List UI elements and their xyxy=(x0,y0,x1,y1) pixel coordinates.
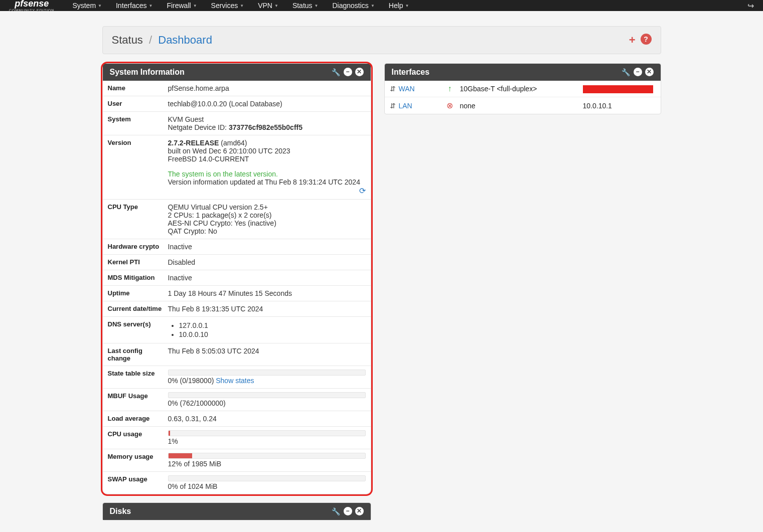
panel-title: Disks xyxy=(110,507,131,516)
value-cpu: QEMU Virtual CPU version 2.5+ 2 CPUs: 1 … xyxy=(168,200,371,239)
swap-progress xyxy=(168,475,366,481)
value-hwcrypto: Inactive xyxy=(168,239,371,254)
label-version: Version xyxy=(103,135,168,199)
caret-icon: ▼ xyxy=(148,4,152,8)
label-uptime: Uptime xyxy=(103,286,168,301)
state-progress xyxy=(168,370,366,376)
brand-edition: COMMUNITY EDITION xyxy=(9,9,54,12)
caret-icon: ▼ xyxy=(274,4,278,8)
iface-addr: 10.0.10.1 xyxy=(583,102,656,110)
nav-system[interactable]: System▼ xyxy=(65,0,109,12)
disks-panel: Disks 🔧 − ✕ xyxy=(102,502,371,520)
label-mbuf: MBUF Usage xyxy=(103,389,168,411)
value-lastcfg: Thu Feb 8 5:05:03 UTC 2024 xyxy=(168,343,371,366)
system-information-panel: System Information 🔧 − ✕ NamepfSense.hom… xyxy=(102,63,371,494)
nav-interfaces[interactable]: Interfaces▼ xyxy=(109,0,160,12)
nav-services[interactable]: Services▼ xyxy=(204,0,251,12)
value-name: pfSense.home.arpa xyxy=(168,81,371,96)
label-mds: MDS Mitigation xyxy=(103,270,168,285)
close-icon[interactable]: ✕ xyxy=(355,507,364,515)
value-uptime: 1 Day 18 Hours 47 Minutes 15 Seconds xyxy=(168,286,371,301)
wrench-icon[interactable]: 🔧 xyxy=(622,68,631,77)
nav-vpn[interactable]: VPN▼ xyxy=(251,0,285,12)
cpu-progress xyxy=(168,430,366,436)
iface-link-lan[interactable]: LAN xyxy=(399,102,412,110)
label-cpuu: CPU usage xyxy=(103,427,168,449)
label-system: System xyxy=(103,112,168,135)
caret-icon: ▼ xyxy=(371,4,375,8)
mem-progress xyxy=(168,453,366,459)
value-kpti: Disabled xyxy=(168,255,371,270)
minimize-icon[interactable]: − xyxy=(634,68,642,76)
refresh-icon[interactable]: ⟳ xyxy=(359,186,366,196)
caret-icon: ▼ xyxy=(315,4,319,8)
value-dns: 127.0.0.1 10.0.0.10 xyxy=(168,317,371,343)
value-datetime: Thu Feb 8 19:31:35 UTC 2024 xyxy=(168,301,371,316)
caret-icon: ▼ xyxy=(193,4,197,8)
redacted-block xyxy=(583,85,653,93)
page-header: Status / Dashboard + ? xyxy=(102,26,661,54)
label-kpti: Kernel PTI xyxy=(103,255,168,270)
close-icon[interactable]: ✕ xyxy=(355,68,364,76)
value-mbuf: 0% (762/1000000) xyxy=(168,389,371,411)
logout-icon[interactable]: ↪ xyxy=(747,1,754,11)
mem-progress-bar xyxy=(169,453,192,458)
panel-title: Interfaces xyxy=(392,68,430,77)
top-navbar: pfsense COMMUNITY EDITION System▼ Interf… xyxy=(0,0,763,11)
label-datetime: Current date/time xyxy=(103,301,168,316)
iface-addr xyxy=(583,84,656,93)
close-icon[interactable]: ✕ xyxy=(645,68,654,76)
nav-diagnostics[interactable]: Diagnostics▼ xyxy=(326,0,382,12)
breadcrumb-root[interactable]: Status xyxy=(112,34,143,46)
iface-row-wan: ⇵ WAN ↑ 10Gbase-T <full-duplex> xyxy=(385,81,661,97)
arrow-up-icon: ↑ xyxy=(440,84,460,93)
iface-media: none xyxy=(460,102,583,110)
minimize-icon[interactable]: − xyxy=(344,68,352,76)
value-load: 0.63, 0.31, 0.24 xyxy=(168,411,371,426)
show-states-link[interactable]: Show states xyxy=(216,377,254,385)
interfaces-panel: Interfaces 🔧 − ✕ ⇵ WAN ↑ 10Gbase-T <full… xyxy=(384,63,661,114)
mbuf-progress xyxy=(168,392,366,398)
wrench-icon[interactable]: 🔧 xyxy=(332,68,341,77)
breadcrumb-active[interactable]: Dashboard xyxy=(158,34,212,46)
nav-menu: System▼ Interfaces▼ Firewall▼ Services▼ … xyxy=(65,0,416,12)
value-cpuu: 1% xyxy=(168,427,371,449)
value-swap: 0% of 1024 MiB xyxy=(168,472,371,494)
label-lastcfg: Last config change xyxy=(103,343,168,366)
label-load: Load average xyxy=(103,411,168,426)
minimize-icon[interactable]: − xyxy=(344,507,352,515)
nav-firewall[interactable]: Firewall▼ xyxy=(160,0,204,12)
label-mem: Memory usage xyxy=(103,449,168,471)
help-icon[interactable]: ? xyxy=(641,34,652,45)
value-system: KVM Guest Netgate Device ID: 373776cf982… xyxy=(168,112,371,135)
label-hwcrypto: Hardware crypto xyxy=(103,239,168,254)
iface-media: 10Gbase-T <full-duplex> xyxy=(460,85,583,93)
label-state: State table size xyxy=(103,366,168,388)
label-name: Name xyxy=(103,81,168,96)
breadcrumb: Status / Dashboard xyxy=(112,34,212,47)
value-user: techlab@10.0.0.20 (Local Database) xyxy=(168,96,371,111)
label-cpu: CPU Type xyxy=(103,200,168,239)
caret-icon: ▼ xyxy=(98,4,102,8)
breadcrumb-sep-icon: / xyxy=(149,34,152,46)
label-dns: DNS server(s) xyxy=(103,317,168,343)
brand-logo: pfsense xyxy=(15,0,49,8)
caret-icon: ▼ xyxy=(240,4,244,8)
cpu-progress-bar xyxy=(169,431,171,436)
panel-header: Interfaces 🔧 − ✕ xyxy=(385,64,661,81)
panel-title: System Information xyxy=(110,68,185,77)
nav-status[interactable]: Status▼ xyxy=(285,0,326,12)
label-user: User xyxy=(103,96,168,111)
iface-link-wan[interactable]: WAN xyxy=(399,85,415,93)
label-swap: SWAP usage xyxy=(103,472,168,494)
value-state: 0% (0/198000) Show states xyxy=(168,366,371,388)
iface-row-lan: ⇵ LAN ⊗ none 10.0.10.1 xyxy=(385,97,661,114)
caret-icon: ▼ xyxy=(405,4,409,8)
add-widget-icon[interactable]: + xyxy=(629,34,636,47)
value-mds: Inactive xyxy=(168,270,371,285)
wrench-icon[interactable]: 🔧 xyxy=(332,507,341,516)
brand[interactable]: pfsense COMMUNITY EDITION xyxy=(9,0,54,12)
value-mem: 12% of 1985 MiB xyxy=(168,449,371,471)
value-version: 2.7.2-RELEASE (amd64) built on Wed Dec 6… xyxy=(168,135,371,199)
nav-help[interactable]: Help▼ xyxy=(382,0,416,12)
